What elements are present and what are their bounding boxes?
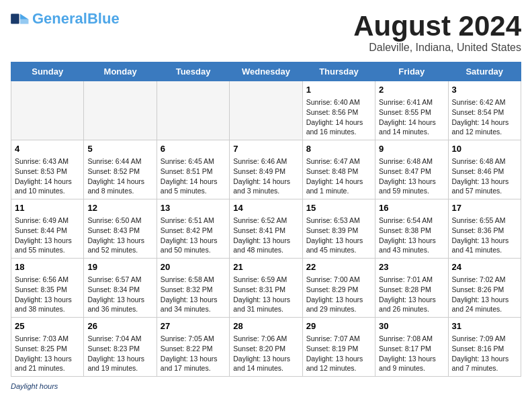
day-info: Sunrise: 6:48 AM Sunset: 8:46 PM Dayligh… <box>452 156 517 196</box>
calendar-cell: 17Sunrise: 6:55 AM Sunset: 8:36 PM Dayli… <box>448 199 521 259</box>
calendar-week-row: 4Sunrise: 6:43 AM Sunset: 8:53 PM Daylig… <box>11 140 521 199</box>
calendar-cell: 29Sunrise: 7:07 AM Sunset: 8:19 PM Dayli… <box>302 317 375 376</box>
calendar-cell <box>84 81 157 140</box>
calendar-header-row: SundayMondayTuesdayWednesdayThursdayFrid… <box>11 62 521 81</box>
day-number: 22 <box>306 261 371 273</box>
calendar-day-header-sunday: Sunday <box>11 62 84 81</box>
svg-rect-3 <box>11 13 19 24</box>
calendar-cell: 2Sunrise: 6:41 AM Sunset: 8:55 PM Daylig… <box>375 81 448 140</box>
day-info: Sunrise: 6:58 AM Sunset: 8:32 PM Dayligh… <box>161 275 226 314</box>
calendar-day-header-monday: Monday <box>84 62 157 81</box>
calendar-week-row: 11Sunrise: 6:49 AM Sunset: 8:44 PM Dayli… <box>11 199 521 259</box>
calendar-cell <box>157 81 229 140</box>
day-number: 20 <box>161 261 226 273</box>
header: GeneralBlue August 2024 Daleville, India… <box>11 11 521 54</box>
day-info: Sunrise: 7:07 AM Sunset: 8:19 PM Dayligh… <box>306 334 371 373</box>
day-info: Sunrise: 6:41 AM Sunset: 8:55 PM Dayligh… <box>379 97 444 137</box>
day-number: 9 <box>379 143 444 155</box>
calendar-cell: 7Sunrise: 6:46 AM Sunset: 8:49 PM Daylig… <box>230 140 302 199</box>
day-number: 29 <box>306 320 371 332</box>
day-info: Sunrise: 6:44 AM Sunset: 8:52 PM Dayligh… <box>87 156 152 196</box>
day-number: 5 <box>87 143 152 155</box>
calendar-cell: 18Sunrise: 6:56 AM Sunset: 8:35 PM Dayli… <box>11 259 84 318</box>
calendar-cell: 11Sunrise: 6:49 AM Sunset: 8:44 PM Dayli… <box>11 199 84 259</box>
calendar-day-header-wednesday: Wednesday <box>230 62 302 81</box>
day-number: 30 <box>379 320 444 332</box>
day-info: Sunrise: 7:06 AM Sunset: 8:20 PM Dayligh… <box>233 334 298 373</box>
calendar-cell <box>11 81 84 140</box>
calendar-cell: 9Sunrise: 6:48 AM Sunset: 8:47 PM Daylig… <box>375 140 448 199</box>
day-info: Sunrise: 6:48 AM Sunset: 8:47 PM Dayligh… <box>379 156 444 196</box>
calendar-cell: 3Sunrise: 6:42 AM Sunset: 8:54 PM Daylig… <box>448 81 521 140</box>
day-number: 31 <box>452 320 517 332</box>
calendar-day-header-friday: Friday <box>375 62 448 81</box>
day-info: Sunrise: 6:43 AM Sunset: 8:53 PM Dayligh… <box>15 156 80 196</box>
day-number: 12 <box>87 202 152 214</box>
day-info: Sunrise: 6:56 AM Sunset: 8:35 PM Dayligh… <box>15 275 80 314</box>
calendar-cell: 14Sunrise: 6:52 AM Sunset: 8:41 PM Dayli… <box>230 199 302 259</box>
calendar-cell: 26Sunrise: 7:04 AM Sunset: 8:23 PM Dayli… <box>84 317 157 376</box>
day-info: Sunrise: 7:08 AM Sunset: 8:17 PM Dayligh… <box>379 334 444 373</box>
day-number: 10 <box>452 143 517 155</box>
day-number: 26 <box>87 320 152 332</box>
calendar-cell: 10Sunrise: 6:48 AM Sunset: 8:46 PM Dayli… <box>448 140 521 199</box>
day-info: Sunrise: 7:02 AM Sunset: 8:26 PM Dayligh… <box>452 275 517 314</box>
day-number: 14 <box>233 202 298 214</box>
title-area: August 2024 Daleville, Indiana, United S… <box>353 11 521 54</box>
day-number: 27 <box>161 320 226 332</box>
calendar-cell: 15Sunrise: 6:53 AM Sunset: 8:39 PM Dayli… <box>302 199 375 259</box>
svg-marker-2 <box>20 19 28 24</box>
calendar-day-header-tuesday: Tuesday <box>157 62 229 81</box>
day-info: Sunrise: 6:40 AM Sunset: 8:56 PM Dayligh… <box>306 97 371 137</box>
day-info: Sunrise: 6:53 AM Sunset: 8:39 PM Dayligh… <box>306 216 371 255</box>
day-info: Sunrise: 6:51 AM Sunset: 8:42 PM Dayligh… <box>161 216 226 255</box>
day-number: 17 <box>452 202 517 214</box>
calendar-cell: 24Sunrise: 7:02 AM Sunset: 8:26 PM Dayli… <box>448 259 521 318</box>
calendar-cell: 23Sunrise: 7:01 AM Sunset: 8:28 PM Dayli… <box>375 259 448 318</box>
day-info: Sunrise: 7:05 AM Sunset: 8:22 PM Dayligh… <box>161 334 226 373</box>
calendar-cell: 30Sunrise: 7:08 AM Sunset: 8:17 PM Dayli… <box>375 317 448 376</box>
day-info: Sunrise: 6:45 AM Sunset: 8:51 PM Dayligh… <box>161 156 226 196</box>
day-number: 28 <box>233 320 298 332</box>
footer-label: Daylight hours <box>11 382 58 390</box>
day-number: 1 <box>306 84 371 96</box>
calendar-cell: 28Sunrise: 7:06 AM Sunset: 8:20 PM Dayli… <box>230 317 302 376</box>
day-number: 19 <box>87 261 152 273</box>
calendar-cell: 13Sunrise: 6:51 AM Sunset: 8:42 PM Dayli… <box>157 199 229 259</box>
day-info: Sunrise: 6:59 AM Sunset: 8:31 PM Dayligh… <box>233 275 298 314</box>
calendar-cell: 4Sunrise: 6:43 AM Sunset: 8:53 PM Daylig… <box>11 140 84 199</box>
day-info: Sunrise: 6:52 AM Sunset: 8:41 PM Dayligh… <box>233 216 298 255</box>
day-info: Sunrise: 6:57 AM Sunset: 8:34 PM Dayligh… <box>87 275 152 314</box>
day-info: Sunrise: 7:09 AM Sunset: 8:16 PM Dayligh… <box>452 334 517 373</box>
day-info: Sunrise: 6:54 AM Sunset: 8:38 PM Dayligh… <box>379 216 444 255</box>
day-info: Sunrise: 7:03 AM Sunset: 8:25 PM Dayligh… <box>15 334 80 373</box>
day-number: 2 <box>379 84 444 96</box>
calendar-cell: 16Sunrise: 6:54 AM Sunset: 8:38 PM Dayli… <box>375 199 448 259</box>
page-title: August 2024 <box>353 11 521 42</box>
calendar-cell: 21Sunrise: 6:59 AM Sunset: 8:31 PM Dayli… <box>230 259 302 318</box>
calendar-cell: 20Sunrise: 6:58 AM Sunset: 8:32 PM Dayli… <box>157 259 229 318</box>
calendar-cell: 25Sunrise: 7:03 AM Sunset: 8:25 PM Dayli… <box>11 317 84 376</box>
day-number: 23 <box>379 261 444 273</box>
calendar-table: SundayMondayTuesdayWednesdayThursdayFrid… <box>11 62 521 377</box>
calendar-day-header-saturday: Saturday <box>448 62 521 81</box>
logo: GeneralBlue <box>11 11 120 27</box>
calendar-cell <box>230 81 302 140</box>
day-number: 16 <box>379 202 444 214</box>
day-number: 15 <box>306 202 371 214</box>
day-number: 13 <box>161 202 226 214</box>
day-number: 8 <box>306 143 371 155</box>
page-subtitle: Daleville, Indiana, United States <box>353 42 521 54</box>
day-number: 21 <box>233 261 298 273</box>
day-number: 3 <box>452 84 517 96</box>
logo-text: GeneralBlue <box>32 11 120 27</box>
day-info: Sunrise: 6:49 AM Sunset: 8:44 PM Dayligh… <box>15 216 80 255</box>
day-number: 7 <box>233 143 298 155</box>
calendar-week-row: 25Sunrise: 7:03 AM Sunset: 8:25 PM Dayli… <box>11 317 521 376</box>
day-number: 18 <box>15 261 80 273</box>
calendar-cell: 12Sunrise: 6:50 AM Sunset: 8:43 PM Dayli… <box>84 199 157 259</box>
day-number: 6 <box>161 143 226 155</box>
logo-icon <box>11 13 30 25</box>
calendar-week-row: 1Sunrise: 6:40 AM Sunset: 8:56 PM Daylig… <box>11 81 521 140</box>
day-info: Sunrise: 6:50 AM Sunset: 8:43 PM Dayligh… <box>87 216 152 255</box>
